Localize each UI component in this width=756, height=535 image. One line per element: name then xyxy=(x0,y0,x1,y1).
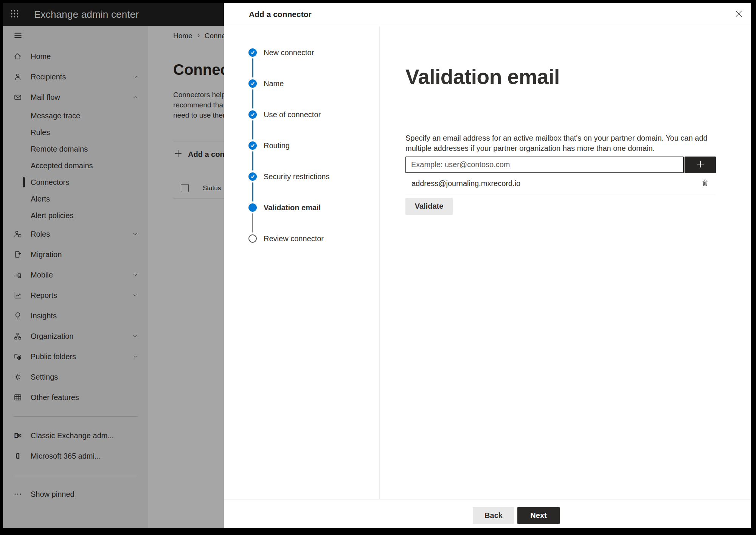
step-connector-line xyxy=(252,89,253,109)
close-button[interactable] xyxy=(732,8,745,21)
app-window: Exchange admin center HomeRecipientsMail… xyxy=(3,3,751,528)
step-connector-line xyxy=(252,151,253,171)
step-check-icon xyxy=(248,110,257,119)
wizard-step-content: Validation email Specify an email addres… xyxy=(380,26,751,499)
step-label: Review connector xyxy=(264,234,324,243)
dialog-header: Add a connector xyxy=(224,3,751,26)
step-check-icon xyxy=(248,172,257,181)
step-connector-line xyxy=(252,120,253,140)
modal-dim-overlay xyxy=(3,3,224,528)
dialog-title: Add a connector xyxy=(249,10,312,19)
step-label: Name xyxy=(264,79,284,88)
step-label: Security restrictions xyxy=(264,172,330,181)
delete-address-button[interactable] xyxy=(700,177,711,189)
step-connector-line xyxy=(252,58,253,78)
address-row: address@journaling.mxrecord.io xyxy=(405,173,716,194)
close-icon xyxy=(734,9,743,19)
step-description: Specify an email address for an active m… xyxy=(405,133,751,154)
wizard-step-routing: Routing xyxy=(224,141,379,172)
email-input-row xyxy=(405,157,716,173)
wizard-step-review-connector: Review connector xyxy=(224,234,379,265)
validate-button[interactable]: Validate xyxy=(405,198,453,215)
screen: { "colors": { "accent_blue": "#0078d4", … xyxy=(0,0,756,535)
next-button[interactable]: Next xyxy=(517,507,560,524)
wizard-steps: New connectorNameUse of connectorRouting… xyxy=(224,26,380,499)
step-label: Routing xyxy=(264,141,290,150)
add-email-button[interactable] xyxy=(685,157,716,173)
step-current-icon xyxy=(248,203,257,212)
wizard-step-use-of-connector: Use of connector xyxy=(224,110,379,141)
step-label: Validation email xyxy=(264,203,321,212)
wizard-step-name: Name xyxy=(224,79,379,110)
step-check-icon xyxy=(248,79,257,88)
email-input[interactable] xyxy=(405,157,684,173)
dialog-footer: Back Next xyxy=(224,499,751,528)
step-heading: Validation email xyxy=(405,64,751,90)
step-label: New connector xyxy=(264,48,314,57)
plus-icon xyxy=(695,159,705,170)
back-button[interactable]: Back xyxy=(473,507,514,524)
add-connector-dialog: Add a connector New connectorNameUse of … xyxy=(224,3,751,528)
step-connector-line xyxy=(252,213,253,233)
step-connector-line xyxy=(252,182,253,202)
trash-icon xyxy=(700,178,710,189)
address-email: address@journaling.mxrecord.io xyxy=(411,179,520,188)
step-check-icon xyxy=(248,141,257,150)
wizard-step-new-connector: New connector xyxy=(224,48,379,79)
step-label: Use of connector xyxy=(264,110,321,119)
wizard-step-security-restrictions: Security restrictions xyxy=(224,172,379,203)
step-check-icon xyxy=(248,48,257,57)
step-todo-icon xyxy=(248,234,257,243)
wizard-step-validation-email: Validation email xyxy=(224,203,379,234)
